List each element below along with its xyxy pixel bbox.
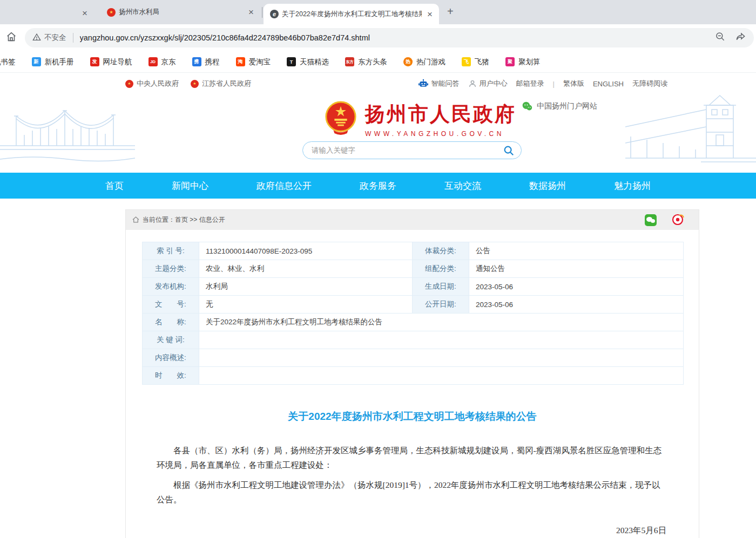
article-paragraph: 各县（市、区）水利（务）局，扬州经济开发区城乡事务管理局，生态科技新城规划建设局… (157, 443, 668, 472)
traditional-version-link[interactable]: 繁体版 (563, 79, 584, 88)
bookmark-icon: 携 (192, 57, 201, 66)
bridge-sketch-left (0, 94, 135, 173)
bookmark-icon: T (287, 57, 296, 66)
search-input[interactable] (312, 146, 503, 154)
gov-top-links-row: 中央人民政府 江苏省人民政府 智能问答 用户中心 邮箱登录 | 繁体版 ENGL… (0, 73, 756, 94)
article-paragraph: 根据《扬州市水利工程文明工地建设管理办法》（扬水规[2019]1号），2022年… (157, 478, 668, 507)
nav-item-home[interactable]: 首页 (105, 180, 124, 192)
site-search-box[interactable] (302, 141, 522, 159)
close-icon[interactable]: × (425, 9, 435, 20)
main-navigation: 首页 新闻中心 政府信息公开 政务服务 互动交流 数据扬州 魅力扬州 (0, 173, 756, 199)
bookmark-icon: 发 (90, 57, 99, 66)
mail-login-link[interactable]: 邮箱登录 (516, 79, 544, 88)
table-row: 主题分类: 农业、林业、水利 组配分类: 通知公告 (143, 260, 684, 278)
robot-icon (418, 79, 429, 88)
nav-item-interaction[interactable]: 互动交流 (444, 180, 481, 192)
tab-title: 关于2022年度扬州市水利工程文明工地考核结果的公告 (282, 10, 422, 19)
bookmark-item[interactable]: JD京东 (148, 57, 176, 67)
nav-item-news[interactable]: 新闻中心 (172, 180, 208, 192)
breadcrumb-bar: 当前位置：首页 >> 信息公开 (126, 210, 699, 230)
english-version-link[interactable]: ENGLISH (593, 80, 624, 88)
smart-qa-link[interactable]: 智能问答 (418, 79, 460, 88)
browser-address-bar: 不安全 yangzhou.gov.cn/yzszxxgk/slj/202305/… (0, 24, 756, 51)
table-row: 名 称: 关于2022年度扬州市水利工程文明工地考核结果的公告 (143, 314, 684, 331)
bookmarks-bar: 机书签 新新机手册 发网址导航 JD京东 携携程 淘爱淘宝 T天猫精选 东方东方… (0, 51, 756, 73)
site-favicon-icon: e (270, 10, 279, 18)
gov-emblem-icon (125, 80, 133, 88)
bookmark-item[interactable]: 发网址导航 (90, 57, 132, 67)
bookmark-icon: JD (148, 57, 158, 66)
site-banner: 扬州市人民政府 WWW.YANGZHOU.GOV.CN 中国扬州门户网站 (0, 94, 756, 173)
user-icon (468, 79, 477, 88)
bookmark-item[interactable]: 淘爱淘宝 (236, 57, 271, 67)
share-icon[interactable] (735, 31, 746, 44)
site-logo[interactable]: 扬州市人民政府 WWW.YANGZHOU.GOV.CN (324, 101, 516, 138)
article-date: 2023年5月6日 (126, 523, 666, 537)
bookmark-icon: 聚 (505, 57, 515, 66)
nav-item-charm[interactable]: 魅力扬州 (614, 180, 651, 192)
new-tab-button[interactable]: + (447, 5, 454, 18)
table-row: 发布机构: 水利局 生成日期: 2023-05-06 (143, 278, 684, 296)
breadcrumb[interactable]: 当前位置：首页 >> 信息公开 (143, 215, 225, 224)
omnibox-divider (73, 33, 73, 43)
close-icon[interactable]: × (80, 8, 90, 19)
bookmark-icon: 飞 (462, 57, 471, 66)
bookmark-item[interactable]: 机书签 (0, 57, 16, 67)
bookmark-icon: 淘 (236, 57, 245, 66)
bookmark-item[interactable]: 飞飞猪 (462, 57, 489, 67)
home-icon (132, 215, 139, 225)
bookmark-item[interactable]: 热热门游戏 (403, 57, 446, 67)
gov-emblem-icon (191, 80, 199, 88)
bookmark-item[interactable]: 新新机手册 (32, 57, 74, 67)
nav-item-data[interactable]: 数据扬州 (529, 180, 566, 192)
user-center-link[interactable]: 用户中心 (468, 79, 508, 88)
bookmark-icon: 新 (32, 57, 41, 66)
not-secure-warning-icon (32, 33, 41, 43)
page-background: 当前位置：首页 >> 信息公开 索 引 号: 11321000014407098… (0, 199, 756, 538)
url-omnibox[interactable]: 不安全 yangzhou.gov.cn/yzszxxgk/slj/202305/… (25, 28, 754, 47)
url-text: yangzhou.gov.cn/yzszxxgk/slj/202305/210c… (80, 33, 706, 42)
table-row: 文 号: 无 公开日期: 2023-05-06 (143, 296, 684, 314)
browser-tab-strip: × 扬州市水利局 × e 关于2022年度扬州市水利工程文明工地考核结果的公告 … (0, 0, 756, 24)
link-jiangsu-government[interactable]: 江苏省人民政府 (191, 79, 251, 88)
accessibility-link[interactable]: 无障碍阅读 (632, 79, 667, 88)
nav-item-info-disclosure[interactable]: 政府信息公开 (256, 180, 312, 192)
zoom-out-icon[interactable] (715, 31, 726, 44)
table-row: 内容概述: (143, 349, 684, 367)
share-wechat-icon[interactable] (645, 214, 657, 226)
document-meta-table: 索 引 号: 11321000014407098E-2023-095 体裁分类:… (142, 242, 684, 385)
bookmark-item[interactable]: 东方东方头条 (345, 57, 387, 67)
search-icon[interactable] (503, 145, 515, 156)
table-row: 关 键 词: (143, 331, 684, 349)
tab-active-announcement[interactable]: e 关于2022年度扬州市水利工程文明工地考核结果的公告 × (264, 4, 439, 24)
bookmark-icon: 热 (403, 57, 413, 66)
table-row: 时 效: (143, 367, 684, 385)
portal-link[interactable]: 中国扬州门户网站 (522, 101, 597, 112)
site-url-label: WWW.YANGZHOU.GOV.CN (365, 130, 516, 138)
gov-emblem-favicon-icon (107, 8, 116, 17)
close-icon[interactable]: × (246, 6, 256, 18)
national-emblem-icon (324, 101, 357, 135)
separator: | (553, 80, 555, 88)
link-central-government[interactable]: 中央人民政府 (125, 79, 179, 88)
bookmark-item[interactable]: 聚聚划算 (505, 57, 541, 67)
home-icon[interactable] (5, 31, 17, 45)
wechat-icon (522, 101, 532, 112)
site-name: 扬州市人民政府 (365, 101, 516, 128)
content-panel: 当前位置：首页 >> 信息公开 索 引 号: 11321000014407098… (125, 209, 699, 538)
share-weibo-icon[interactable] (672, 213, 685, 227)
bookmark-item[interactable]: 携携程 (192, 57, 220, 67)
tab-title: 扬州市水利局 (119, 8, 243, 17)
article-title: 关于2022年度扬州市水利工程文明工地考核结果的公告 (126, 410, 699, 424)
bridge-sketch-right (625, 94, 756, 173)
security-status-label: 不安全 (44, 33, 66, 43)
table-row: 索 引 号: 11321000014407098E-2023-095 体裁分类:… (143, 242, 684, 260)
bookmark-icon: 东方 (345, 57, 354, 66)
bookmark-item[interactable]: T天猫精选 (287, 57, 329, 67)
nav-item-services[interactable]: 政务服务 (360, 180, 396, 192)
tab-yangzhou-water-bureau[interactable]: 扬州市水利局 × (100, 0, 260, 24)
